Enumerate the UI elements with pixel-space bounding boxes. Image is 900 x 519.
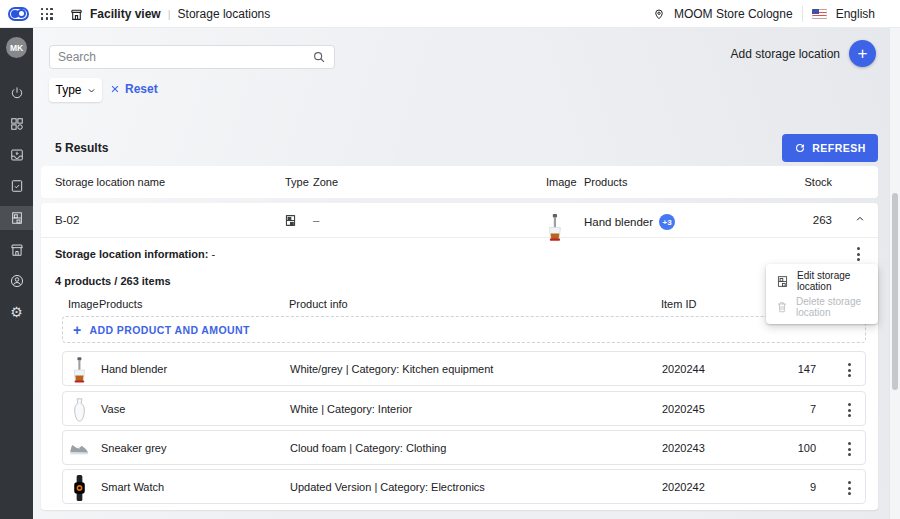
language-selector[interactable]: English: [836, 7, 875, 21]
type-filter-dropdown[interactable]: Type: [49, 78, 102, 102]
facility-view-link[interactable]: Facility view: [90, 7, 161, 21]
plus-icon: +: [858, 44, 868, 63]
column-type: Type: [285, 176, 309, 188]
storage-locations-crumb: Storage locations: [178, 7, 271, 21]
product-row: Hand blender White/grey | Category: Kitc…: [62, 351, 866, 386]
product-actions-menu-button[interactable]: [842, 401, 857, 419]
reset-filters-button[interactable]: Reset: [110, 82, 158, 96]
gear-icon: ⚙: [10, 305, 23, 319]
sidebar-item-dashboard[interactable]: [0, 113, 33, 135]
scrollbar-thumb[interactable]: [892, 193, 898, 390]
zone-value: –: [313, 214, 319, 226]
location-actions-menu-button[interactable]: [851, 245, 866, 263]
product-stock: 7: [810, 403, 816, 415]
sidebar-item-tasks[interactable]: [0, 175, 33, 197]
edit-storage-location-item[interactable]: Edit storage location: [766, 268, 878, 294]
column-products-inner: Products: [99, 298, 142, 310]
topbar-right: MOOM Store Cologne English: [653, 0, 875, 28]
sneaker-image: [69, 435, 89, 462]
product-row: Sneaker grey Cloud foam | Category: Clot…: [62, 430, 866, 465]
location-name: B-02: [55, 214, 79, 226]
avatar[interactable]: MK: [6, 37, 27, 58]
product-actions-menu-button[interactable]: [842, 440, 857, 458]
chevron-up-icon: [855, 214, 865, 224]
stock-value: 263: [813, 214, 832, 226]
delete-storage-location-item[interactable]: Delete storage location: [766, 294, 878, 320]
inbox-icon: [10, 148, 24, 162]
breadcrumb: Facility view | Storage locations: [70, 0, 270, 28]
add-storage-location-label: Add storage location: [731, 47, 840, 61]
add-product-button[interactable]: + ADD PRODUCT AND AMOUNT: [62, 316, 866, 343]
product-row: Smart Watch Updated Version | Category: …: [62, 469, 866, 504]
add-storage-location: Add storage location +: [731, 40, 876, 67]
product-info: White/grey | Category: Kitchen equipment: [290, 363, 493, 375]
column-storage-location-name: Storage location name: [55, 176, 165, 188]
search-icon[interactable]: [312, 50, 326, 64]
app-window: Facility view | Storage locations MOOM S…: [0, 0, 900, 519]
collapse-row-button[interactable]: [855, 214, 865, 224]
product-stock: 147: [798, 363, 816, 375]
product-info: Updated Version | Category: Electronics: [290, 481, 485, 493]
apps-grid-icon[interactable]: [41, 8, 53, 20]
column-zone: Zone: [313, 176, 338, 188]
delete-storage-location-label: Delete storage location: [796, 296, 868, 318]
power-icon: [10, 86, 24, 100]
account-icon: [10, 274, 24, 288]
close-icon: [110, 84, 120, 94]
product-thumbnail: [546, 214, 563, 241]
location-context-menu: Edit storage location Delete storage loc…: [766, 264, 878, 324]
product-name: Hand blender: [584, 216, 653, 228]
product-stock: 100: [798, 442, 816, 454]
brand-logo-icon[interactable]: [8, 7, 29, 21]
product-stock: 9: [810, 481, 816, 493]
type-filter-label: Type: [55, 83, 81, 97]
results-count: 5 Results: [55, 141, 108, 155]
product-name: Smart Watch: [101, 481, 164, 493]
sidebar: MK: [0, 28, 33, 519]
storage-location-card: B-02 – Hand blender +3 263 Storage l: [41, 203, 878, 510]
product-actions-menu-button[interactable]: [842, 361, 857, 379]
store-selector[interactable]: MOOM Store Cologne: [674, 7, 793, 21]
shop-icon: [10, 243, 24, 257]
item-id: 2020243: [662, 442, 705, 454]
breadcrumb-separator: |: [168, 8, 171, 20]
storage-location-information: Storage location information: -: [55, 248, 215, 260]
sidebar-item-inbound[interactable]: [0, 144, 33, 166]
product-name: Vase: [101, 403, 125, 415]
sidebar-item-account[interactable]: [0, 270, 33, 292]
table-row[interactable]: B-02 – Hand blender +3 263: [41, 203, 878, 238]
sidebar-item-storage-locations[interactable]: [0, 206, 33, 230]
sidebar-nav: ⚙: [0, 82, 33, 323]
refresh-label: REFRESH: [812, 142, 866, 154]
sidebar-item-logout[interactable]: [0, 82, 33, 104]
scrollbar-track: [889, 28, 900, 519]
results-table-header: Storage location name Type Zone Image Pr…: [41, 166, 878, 198]
info-label: Storage location information:: [55, 248, 208, 260]
chevron-down-icon: [87, 86, 96, 95]
shelf-icon: [776, 275, 789, 288]
store-icon: [70, 8, 83, 21]
trash-icon: [776, 301, 788, 313]
smart-watch-image: [69, 474, 89, 501]
product-info: White | Category: Interior: [290, 403, 412, 415]
shelf-icon: [10, 211, 24, 225]
search-input[interactable]: [58, 50, 312, 64]
main-content: Add storage location + Type Reset 5 Resu…: [33, 28, 900, 519]
more-products-badge: +3: [659, 214, 675, 230]
column-product-info: Product info: [289, 298, 348, 310]
refresh-button[interactable]: REFRESH: [782, 134, 878, 162]
add-storage-location-button[interactable]: +: [849, 40, 876, 67]
column-item-id: Item ID: [661, 298, 696, 310]
product-actions-menu-button[interactable]: [842, 479, 857, 497]
top-bar: Facility view | Storage locations MOOM S…: [0, 0, 900, 28]
plus-icon: +: [73, 322, 82, 338]
us-flag-icon: [812, 9, 827, 19]
sidebar-item-settings[interactable]: ⚙: [0, 301, 33, 323]
add-product-label: ADD PRODUCT AND AMOUNT: [90, 324, 250, 336]
row-products: Hand blender +3: [584, 214, 675, 230]
hand-blender-image: [69, 356, 89, 383]
search-bar: [49, 45, 335, 69]
item-id: 2020242: [662, 481, 705, 493]
sidebar-item-store[interactable]: [0, 239, 33, 261]
product-name: Sneaker grey: [101, 442, 166, 454]
